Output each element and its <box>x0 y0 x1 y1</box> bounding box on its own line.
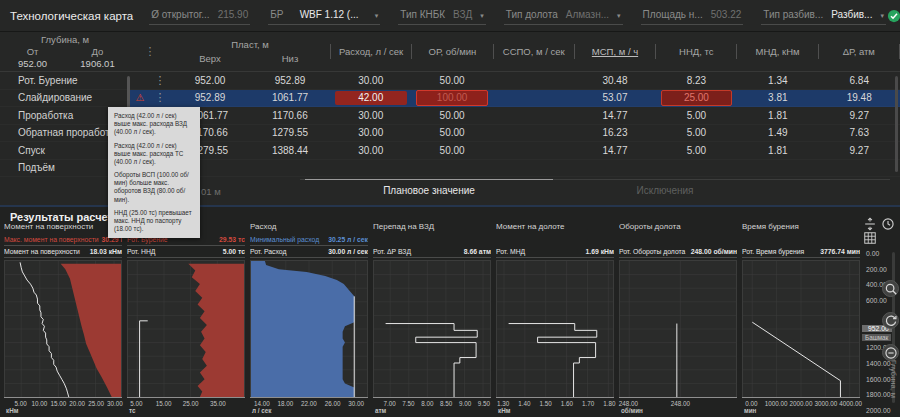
series-line <box>386 324 478 397</box>
cell-or[interactable]: 50.00 <box>411 110 492 121</box>
cell-or[interactable]: 50.00 <box>411 127 492 138</box>
cell-rashod[interactable]: 30.00 <box>330 110 411 121</box>
legend-value: 30.00 л / сек <box>328 248 368 255</box>
operation-name[interactable]: Рот. Бурение <box>0 75 130 86</box>
tab-planned-value[interactable]: Плановое значение <box>305 185 553 196</box>
field-breakdown-type[interactable]: Тип разбив...Разбив...▾ <box>761 6 886 25</box>
chart-plot-area[interactable] <box>250 260 368 397</box>
column-header-3[interactable]: МСП, м / ч <box>574 44 655 59</box>
cell-dp[interactable]: 19.48 <box>819 92 900 103</box>
chart-plot-area[interactable] <box>619 260 737 397</box>
cell-msp[interactable]: 14.77 <box>574 110 655 121</box>
table-row[interactable]: Рот. Бурение⋮952.00952.8930.0050.0030.48… <box>0 72 900 90</box>
operations-table-section: Глубина, мОтДо952.001906.01⋮Пласт, мВерх… <box>0 32 900 205</box>
status-ok-icon[interactable] <box>886 7 900 24</box>
tooltip-line: ННД (25.00 тс) превышает макс. ННД по па… <box>114 209 194 234</box>
cell-nnd[interactable]: 5.00 <box>656 110 737 121</box>
field-label: БР <box>270 9 283 20</box>
column-header-4: ННД, тс <box>655 44 736 59</box>
cell-niz[interactable]: 1279.55 <box>250 127 330 138</box>
series-line <box>140 321 148 397</box>
axis-tick-label: 30.00 <box>107 400 123 407</box>
axis-tick-label: 14.00 <box>254 400 270 407</box>
axis-tick-label: 5.00 <box>130 400 142 407</box>
cell-verh[interactable]: 952.00 <box>170 75 250 86</box>
cell-dp[interactable]: 9.27 <box>819 145 900 156</box>
validation-warning-tooltip: Расход (42.00 л / сек) выше макс. расход… <box>108 107 200 238</box>
cell-or[interactable]: 50.00 <box>411 75 492 86</box>
field-label: Тип КНБК <box>400 9 445 20</box>
cell-msp[interactable]: 53.07 <box>574 92 655 103</box>
chevron-down-icon: ▾ <box>375 12 379 20</box>
axis-tick-label: 26.00 <box>325 400 341 407</box>
grid-icon[interactable] <box>862 230 877 245</box>
axis-tick-label: 248.00 <box>671 400 690 407</box>
clock-icon[interactable] <box>880 216 895 231</box>
column-header-1: ОР, об/мин <box>411 44 492 59</box>
cell-niz[interactable]: 1061.77 <box>250 92 330 103</box>
collapse-icon[interactable] <box>882 344 899 361</box>
axis-tick-label: 5.00 <box>14 400 26 407</box>
table-row[interactable]: Слайдирование⚠⋮952.891061.7742.00100.005… <box>0 90 900 108</box>
operation-name[interactable]: Слайдирование <box>0 92 130 103</box>
legend-label: Рот. Время бурения <box>742 248 804 255</box>
legend-label: Рот. ННД <box>127 248 155 255</box>
page-title: Технологическая карта <box>10 10 133 22</box>
fit-vertical-icon[interactable] <box>862 216 877 231</box>
cell-rashod[interactable]: 30.00 <box>330 127 411 138</box>
chart-plot-area[interactable] <box>742 260 860 397</box>
chart-plot-area[interactable] <box>373 260 491 397</box>
field-knbk-type[interactable]: Тип КНБКВЗД▾ <box>398 6 486 25</box>
cell-verh[interactable]: 952.89 <box>170 92 250 103</box>
chart-panel-5: Обороты долотаРот. Обороты долота248.00 … <box>619 222 737 415</box>
cell-mnd[interactable]: 1.34 <box>737 75 818 86</box>
field-br[interactable]: БРWBF 1.12 (...▾ <box>268 6 380 25</box>
field-bit-type[interactable]: Тип долотаАлмазн...▾ <box>504 6 623 25</box>
field-value: 503.22 <box>711 9 742 20</box>
legend-row-bottom: Рот. ΔР ВЗД8.66 атм <box>373 246 491 258</box>
magnifier-icon[interactable] <box>882 280 899 297</box>
legend-row-top: Минимальный расход30.25 л / сек <box>250 234 368 246</box>
row-kebab-icon[interactable]: ⋮ <box>150 74 170 87</box>
cell-dp[interactable]: 9.27 <box>819 110 900 121</box>
field-open-hole-diameter[interactable]: Ø открытог...215.90 <box>149 6 250 25</box>
cell-dp[interactable]: 6.84 <box>819 75 900 86</box>
field-area[interactable]: Площадь н...503.22 <box>641 6 744 25</box>
chart-plot-area[interactable] <box>496 260 614 397</box>
cell-nnd[interactable]: 8.23 <box>656 75 737 86</box>
cell-nnd[interactable]: 5.00 <box>656 145 737 156</box>
cell-msp[interactable]: 14.77 <box>574 145 655 156</box>
chevron-down-icon: ▾ <box>617 12 621 20</box>
table-right-scrollbar[interactable] <box>895 76 898 172</box>
reset-icon[interactable] <box>882 312 899 329</box>
cell-msp[interactable]: 30.48 <box>574 75 655 86</box>
ruler-tick-label: 1600.00 <box>866 376 891 383</box>
cell-mnd[interactable]: 1.49 <box>737 127 818 138</box>
cell-rashod[interactable]: 30.00 <box>330 145 411 156</box>
cell-or[interactable]: 50.00 <box>411 145 492 156</box>
chart-plot-area[interactable] <box>127 260 245 397</box>
cell-niz[interactable]: 1388.44 <box>250 145 330 156</box>
row-kebab-icon[interactable]: ⋮ <box>150 91 170 104</box>
cell-niz[interactable]: 952.89 <box>250 75 330 86</box>
cell-rashod[interactable]: 42.00 <box>330 91 411 105</box>
cell-nnd[interactable]: 5.00 <box>656 127 737 138</box>
cell-or[interactable]: 100.00 <box>411 90 492 106</box>
header-kebab-icon[interactable]: ⋮ <box>130 32 170 71</box>
cell-mnd[interactable]: 1.81 <box>737 145 818 156</box>
x-axis-unit: кНм <box>496 406 614 415</box>
cell-rashod[interactable]: 30.00 <box>330 75 411 86</box>
cell-nnd[interactable]: 25.00 <box>656 90 737 106</box>
cell-msp[interactable]: 16.23 <box>574 127 655 138</box>
tab-exceptions[interactable]: Исключения <box>600 185 730 196</box>
cell-mnd[interactable]: 3.81 <box>737 92 818 103</box>
chart-plot-area[interactable] <box>4 260 122 397</box>
cell-niz[interactable]: 1170.66 <box>250 110 330 121</box>
chart-panels: Момент на поверхностиМакс. момент на пов… <box>4 222 860 415</box>
axis-tick-label: 35.00 <box>210 400 226 407</box>
field-value: Алмазн... <box>566 9 609 20</box>
legend-label: Рот. ΔР ВЗД <box>373 248 411 255</box>
cell-mnd[interactable]: 1.81 <box>737 110 818 121</box>
legend-row-top: Макс. момент на поверхности30.29 кНм <box>4 234 122 246</box>
cell-dp[interactable]: 7.63 <box>819 127 900 138</box>
